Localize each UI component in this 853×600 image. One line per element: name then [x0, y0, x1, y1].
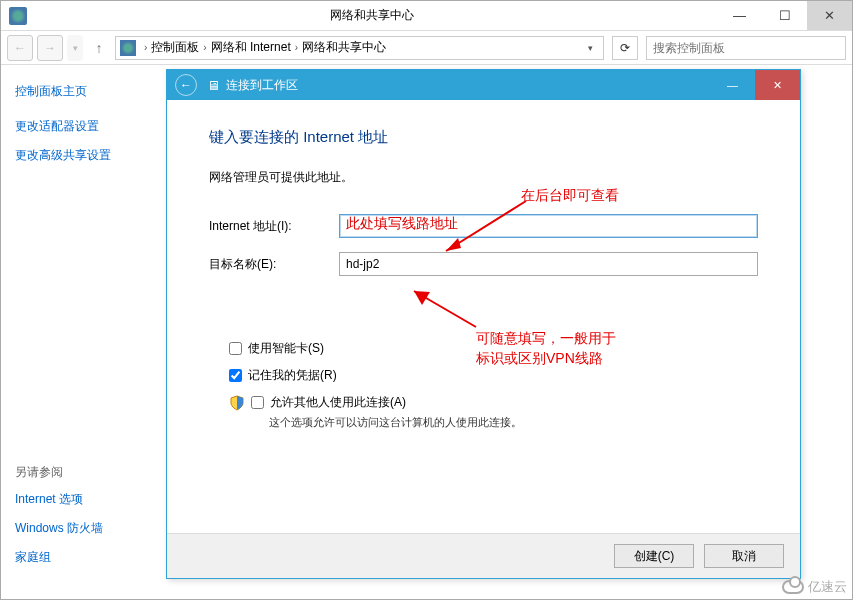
sidebar-firewall-link[interactable]: Windows 防火墙 [15, 520, 152, 537]
allow-others-checkbox[interactable] [251, 396, 264, 409]
annotation-top: 在后台即可查看 [521, 187, 619, 205]
content-area: ← 🖥 连接到工作区 — ✕ 键入要连接的 Internet 地址 网络管理员可… [166, 65, 852, 599]
annotation-bottom-line1: 可随意填写，一般用于 [476, 330, 616, 348]
close-button[interactable]: ✕ [807, 1, 852, 30]
window-title: 网络和共享中心 [27, 7, 717, 24]
allow-others-label: 允许其他人使用此连接(A) [270, 394, 406, 411]
breadcrumb-item[interactable]: 网络和共享中心 [302, 39, 386, 56]
navbar: ← → ▾ ↑ › 控制面板 › 网络和 Internet › 网络和共享中心 … [1, 31, 852, 65]
workplace-icon: 🖥 [207, 78, 220, 93]
breadcrumb-item[interactable]: 控制面板 [151, 39, 199, 56]
dialog-title: 连接到工作区 [226, 77, 710, 94]
dialog-footer: 创建(C) 取消 [167, 533, 800, 578]
sidebar-sharing-link[interactable]: 更改高级共享设置 [15, 147, 152, 164]
annotation-bottom-line2: 标识或区别VPN线路 [476, 350, 603, 368]
smart-card-checkbox[interactable] [229, 342, 242, 355]
sidebar-internet-options-link[interactable]: Internet 选项 [15, 491, 152, 508]
nav-history-dropdown[interactable]: ▾ [67, 35, 83, 61]
cancel-button[interactable]: 取消 [704, 544, 784, 568]
minimize-button[interactable]: — [717, 1, 762, 30]
window-controls: — ☐ ✕ [717, 1, 852, 30]
cloud-icon [782, 580, 804, 594]
outer-body: 控制面板主页 更改适配器设置 更改高级共享设置 另请参阅 Internet 选项… [1, 65, 852, 599]
smart-card-label: 使用智能卡(S) [248, 340, 324, 357]
see-also-label: 另请参阅 [15, 464, 152, 481]
dialog-back-button[interactable]: ← [175, 74, 197, 96]
shield-icon [229, 395, 245, 411]
remember-checkbox[interactable] [229, 369, 242, 382]
nav-forward-button[interactable]: → [37, 35, 63, 61]
sidebar: 控制面板主页 更改适配器设置 更改高级共享设置 另请参阅 Internet 选项… [1, 65, 166, 599]
dialog-minimize-button[interactable]: — [710, 70, 755, 100]
allow-others-checkbox-row[interactable]: 允许其他人使用此连接(A) [251, 394, 406, 411]
destination-name-label: 目标名称(E): [209, 256, 339, 273]
dialog-titlebar: ← 🖥 连接到工作区 — ✕ [167, 70, 800, 100]
internet-address-label: Internet 地址(I): [209, 218, 339, 235]
allow-others-note: 这个选项允许可以访问这台计算机的人使用此连接。 [269, 415, 758, 430]
chevron-right-icon: › [144, 42, 147, 53]
watermark-text: 亿速云 [808, 578, 847, 596]
outer-titlebar: 网络和共享中心 — ☐ ✕ [1, 1, 852, 31]
dialog-subheading: 网络管理员可提供此地址。 [209, 169, 758, 186]
control-panel-window: 网络和共享中心 — ☐ ✕ ← → ▾ ↑ › 控制面板 › 网络和 Inter… [0, 0, 853, 600]
sidebar-homegroup-link[interactable]: 家庭组 [15, 549, 152, 566]
remember-checkbox-row[interactable]: 记住我的凭据(R) [229, 367, 758, 384]
nav-back-button[interactable]: ← [7, 35, 33, 61]
watermark: 亿速云 [782, 578, 847, 596]
control-panel-icon [9, 7, 27, 25]
sidebar-adapter-link[interactable]: 更改适配器设置 [15, 118, 152, 135]
allow-others-row: 允许其他人使用此连接(A) [229, 394, 758, 411]
chevron-right-icon: › [295, 42, 298, 53]
dialog-close-button[interactable]: ✕ [755, 70, 800, 100]
breadcrumb-icon [120, 40, 136, 56]
search-input[interactable] [646, 36, 846, 60]
breadcrumb-dropdown-icon[interactable]: ▾ [581, 43, 599, 53]
dialog-controls: — ✕ [710, 70, 800, 100]
chevron-right-icon: › [203, 42, 206, 53]
breadcrumb[interactable]: › 控制面板 › 网络和 Internet › 网络和共享中心 ▾ [115, 36, 604, 60]
svg-marker-1 [446, 238, 461, 251]
refresh-button[interactable]: ⟳ [612, 36, 638, 60]
remember-label: 记住我的凭据(R) [248, 367, 337, 384]
nav-up-button[interactable]: ↑ [87, 36, 111, 60]
breadcrumb-item[interactable]: 网络和 Internet [211, 39, 291, 56]
dialog-heading: 键入要连接的 Internet 地址 [209, 128, 758, 147]
maximize-button[interactable]: ☐ [762, 1, 807, 30]
create-button[interactable]: 创建(C) [614, 544, 694, 568]
sidebar-home-link[interactable]: 控制面板主页 [15, 83, 152, 100]
